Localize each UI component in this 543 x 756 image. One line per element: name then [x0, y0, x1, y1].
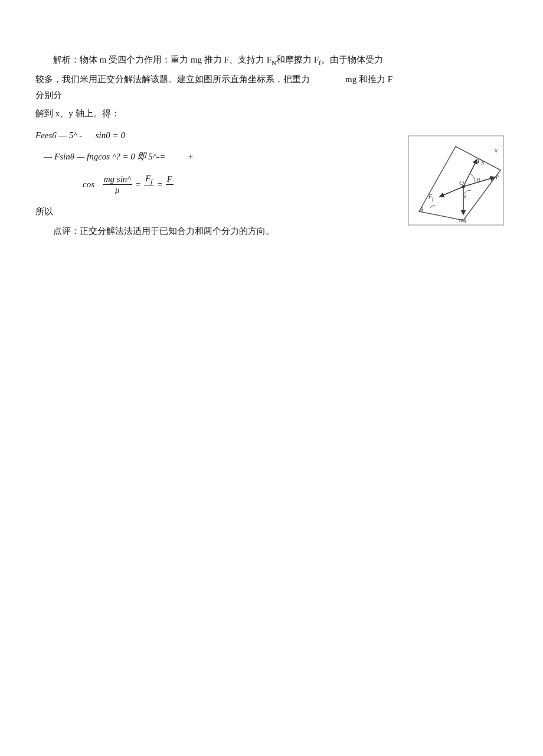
main-content: 解析：物体 m 受四个力作用：重力 mg 推力 F、支持力 FN和摩擦力 Ff。… [35, 52, 508, 239]
force-diagram: x O FN F Ff mg [407, 135, 508, 229]
eq-line-2: — Fsinθ — fngcos ^? = 0 即 5^-= + [35, 148, 395, 165]
svg-text:mg: mg [459, 217, 466, 223]
fraction-2: Ff [144, 174, 153, 195]
eq2-cos: cos [98, 152, 110, 161]
fraction3-numer: F [166, 174, 174, 185]
content-section: 解析：物体 m 受四个力作用：重力 mg 推力 F、支持力 FN和摩擦力 Ff。… [35, 52, 508, 239]
eq1-fees: Fees6 [35, 131, 57, 140]
equation-2: — Fsinθ — fngcos ^? = 0 即 5^-= + [35, 148, 395, 165]
paragraph-2: 较多，我们米用正交分解法解该题。建立如图所示直角坐标系，把重力 mg 和推力 F… [35, 71, 395, 103]
eq2-F: F [54, 152, 60, 161]
eq1-sin: sin [96, 131, 106, 140]
equation-1: Fees6 — 5^ - sin0 = 0 [35, 126, 395, 144]
svg-text:x: x [494, 146, 498, 154]
fraction2-numer: Ff [144, 174, 153, 185]
diagram-svg: x O FN F Ff mg [407, 135, 505, 226]
fraction-3: F [166, 174, 174, 195]
fraction-denom: μ [114, 185, 121, 195]
text-column: 解析：物体 m 受四个力作用：重力 mg 推力 F、支持力 FN和摩擦力 Ff。… [35, 52, 407, 239]
svg-text:θ: θ [464, 194, 467, 200]
fraction2-denom [146, 185, 151, 195]
svg-text:θ: θ [477, 177, 480, 183]
eq2-theta: θ [70, 152, 74, 161]
eq2-fng: fng [87, 152, 98, 161]
subscript-f: f [319, 59, 321, 66]
svg-text:F: F [495, 174, 500, 180]
eq2-sin: sin [60, 152, 70, 161]
subscript-N: N [272, 59, 276, 66]
fraction-1: mg sin^ μ [103, 174, 132, 195]
fraction-equation: cos mg sin^ μ = Ff = F [83, 174, 175, 195]
fraction-numer: mg sin^ [103, 174, 132, 185]
svg-text:θ: θ [420, 206, 423, 213]
cos-label: cos [83, 180, 94, 190]
comment-block: 点评：正交分解法法适用于已知合力和两个分力的方向。 [35, 223, 395, 239]
svg-text:O: O [459, 179, 464, 186]
fraction3-denom [168, 185, 172, 195]
paragraph-3: 解到 x、y 轴上。得： [35, 106, 395, 122]
suosi-label: 所以 [35, 204, 395, 220]
paragraph-1: 解析：物体 m 受四个力作用：重力 mg 推力 F、支持力 FN和摩擦力 Ff。… [35, 52, 395, 69]
eq-line-1: Fees6 — 5^ - sin0 = 0 [35, 126, 395, 144]
